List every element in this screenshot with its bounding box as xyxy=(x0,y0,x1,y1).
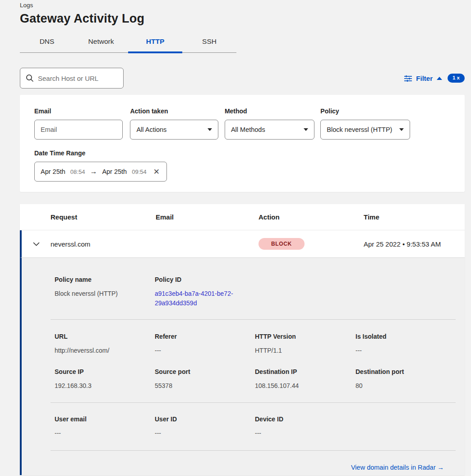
tab-ssh[interactable]: SSH xyxy=(182,33,236,52)
date-range-label: Date Time Range xyxy=(34,149,465,157)
date-range-picker[interactable]: Apr 25th 08:54 → Apr 25th 09:54 ✕ xyxy=(34,162,167,182)
search-input[interactable] xyxy=(38,75,115,82)
row-request: neverssl.com xyxy=(51,240,156,248)
chevron-down-icon xyxy=(208,128,212,131)
is-isolated-cell: Is Isolated --- xyxy=(356,333,454,355)
policy-select[interactable]: Block neverssl (HTTP) xyxy=(320,120,410,140)
user-email-value: --- xyxy=(55,429,155,438)
referer-cell: Referer --- xyxy=(155,333,255,355)
policy-name-cell: Policy name Block neverssl (HTTP) xyxy=(55,276,155,308)
source-ip-value: 192.168.30.3 xyxy=(55,381,155,391)
page-content: Logs Gateway Activity Log DNS Network HT… xyxy=(20,0,465,475)
view-in-radar-link[interactable]: View domain details in Radar → xyxy=(351,464,444,471)
start-date: Apr 25th xyxy=(41,168,65,175)
col-action: Action xyxy=(259,213,364,221)
policy-name-value: Block neverssl (HTTP) xyxy=(55,289,155,299)
table-header: Request Email Action Time xyxy=(20,204,465,230)
filter-toggle[interactable]: Filter 1 x xyxy=(404,74,465,83)
http-version-value: HTTP/1.1 xyxy=(255,346,356,355)
destination-ip-cell: Destination IP 108.156.107.44 xyxy=(255,368,356,391)
user-email-label: User email xyxy=(55,415,155,423)
breadcrumb: Logs xyxy=(20,0,465,9)
action-taken-label: Action taken xyxy=(130,107,218,115)
policy-field: Policy Block neverssl (HTTP) xyxy=(320,107,410,140)
policy-id-link[interactable]: a91c3eb4-ba7a-4201-be72-29a934dd359d xyxy=(155,289,241,308)
source-ip-label: Source IP xyxy=(55,368,155,376)
http-version-cell: HTTP Version HTTP/1.1 xyxy=(255,333,356,355)
referer-value: --- xyxy=(155,346,255,355)
action-taken-select[interactable]: All Actions xyxy=(130,120,218,140)
end-time: 09:54 xyxy=(132,168,147,175)
tab-http[interactable]: HTTP xyxy=(128,33,182,52)
tab-network[interactable]: Network xyxy=(74,33,128,52)
is-isolated-label: Is Isolated xyxy=(356,333,454,341)
start-time: 08:54 xyxy=(70,168,85,175)
source-port-cell: Source port 55378 xyxy=(155,368,255,391)
method-select[interactable]: All Methods xyxy=(225,120,314,140)
destination-port-label: Destination port xyxy=(356,368,454,376)
col-email: Email xyxy=(156,213,259,221)
block-action-badge: BLOCK xyxy=(259,238,305,250)
url-value: http://neverssl.com/ xyxy=(55,346,155,355)
user-id-value: --- xyxy=(155,429,255,438)
search-filter-row: Filter 1 x xyxy=(20,68,465,89)
method-label: Method xyxy=(225,107,314,115)
source-ip-cell: Source IP 192.168.30.3 xyxy=(55,368,155,391)
destination-ip-value: 108.156.107.44 xyxy=(255,381,356,391)
filter-panel: Email Action taken All Actions Method Al… xyxy=(20,95,465,192)
policy-label: Policy xyxy=(320,107,410,115)
table-row[interactable]: neverssl.com BLOCK Apr 25 2022 • 9:53:53… xyxy=(20,230,465,258)
email-filter-label: Email xyxy=(34,107,123,115)
policy-name-label: Policy name xyxy=(55,276,155,284)
user-email-cell: User email --- xyxy=(55,415,155,438)
tab-dns[interactable]: DNS xyxy=(20,33,74,52)
source-port-label: Source port xyxy=(155,368,255,376)
destination-port-value: 80 xyxy=(356,381,454,391)
row-expand-chevron-icon[interactable] xyxy=(22,242,51,246)
policy-value: Block neverssl (HTTP) xyxy=(327,126,392,133)
page-title: Gateway Activity Log xyxy=(20,12,465,26)
filter-count-badge[interactable]: 1 x xyxy=(448,74,465,83)
policy-id-cell: Policy ID a91c3eb4-ba7a-4201-be72-29a934… xyxy=(155,276,255,308)
action-taken-value: All Actions xyxy=(136,126,166,133)
destination-ip-label: Destination IP xyxy=(255,368,356,376)
device-id-cell: Device ID --- xyxy=(255,415,356,438)
date-range-field: Date Time Range Apr 25th 08:54 → Apr 25t… xyxy=(34,149,465,182)
search-box[interactable] xyxy=(20,68,124,89)
chevron-down-icon xyxy=(304,128,308,131)
referer-label: Referer xyxy=(155,333,255,341)
is-isolated-value: --- xyxy=(356,346,454,355)
device-id-label: Device ID xyxy=(255,415,356,423)
user-id-label: User ID xyxy=(155,415,255,423)
action-taken-field: Action taken All Actions xyxy=(130,107,218,140)
range-arrow-icon: → xyxy=(90,168,97,176)
row-expanded-details: Policy name Block neverssl (HTTP) Policy… xyxy=(20,258,465,475)
method-field: Method All Methods xyxy=(225,107,314,140)
url-label: URL xyxy=(55,333,155,341)
email-filter-field: Email xyxy=(34,107,123,140)
row-time: Apr 25 2022 • 9:53:53 AM xyxy=(364,240,465,248)
end-date: Apr 25th xyxy=(102,168,127,175)
col-request: Request xyxy=(51,213,156,221)
url-cell: URL http://neverssl.com/ xyxy=(55,333,155,355)
activity-log-table: Request Email Action Time neverssl.com B… xyxy=(20,204,465,475)
clear-date-range-icon[interactable]: ✕ xyxy=(153,168,160,176)
row-action: BLOCK xyxy=(259,238,364,250)
search-icon xyxy=(26,74,34,82)
device-id-value: --- xyxy=(255,429,356,438)
user-id-cell: User ID --- xyxy=(155,415,255,438)
method-value: All Methods xyxy=(231,126,265,133)
filter-sliders-icon xyxy=(404,75,412,82)
source-port-value: 55378 xyxy=(155,381,255,391)
http-version-label: HTTP Version xyxy=(255,333,356,341)
destination-port-cell: Destination port 80 xyxy=(356,368,454,391)
policy-id-label: Policy ID xyxy=(155,276,255,284)
chevron-down-icon xyxy=(399,128,404,131)
col-time: Time xyxy=(364,213,465,221)
filter-label: Filter xyxy=(416,75,433,82)
email-filter-input[interactable] xyxy=(41,126,116,133)
log-type-tabs: DNS Network HTTP SSH xyxy=(20,33,236,53)
collapse-caret-icon xyxy=(437,77,442,80)
